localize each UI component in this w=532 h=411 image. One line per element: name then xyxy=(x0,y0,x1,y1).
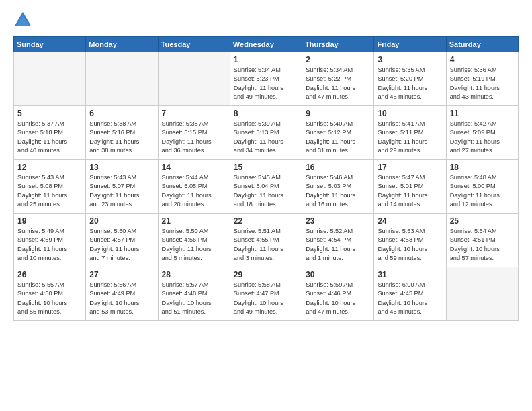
calendar-cell xyxy=(446,267,518,321)
day-number: 15 xyxy=(234,163,298,172)
day-info: Sunrise: 5:50 AMSunset: 4:56 PMDaylight:… xyxy=(162,227,226,263)
day-info: Sunrise: 5:50 AMSunset: 4:57 PMDaylight:… xyxy=(89,227,154,263)
weekday-header: Friday xyxy=(374,37,446,52)
day-info: Sunrise: 5:44 AMSunset: 5:05 PMDaylight:… xyxy=(162,173,226,209)
day-info: Sunrise: 5:57 AMSunset: 4:48 PMDaylight:… xyxy=(162,281,226,316)
calendar-cell: 5Sunrise: 5:37 AMSunset: 5:18 PMDaylight… xyxy=(14,106,86,160)
day-info: Sunrise: 5:34 AMSunset: 5:23 PMDaylight:… xyxy=(234,66,298,101)
calendar-cell xyxy=(158,52,230,106)
day-number: 9 xyxy=(306,109,370,118)
day-info: Sunrise: 5:54 AMSunset: 4:51 PMDaylight:… xyxy=(450,227,515,263)
day-number: 14 xyxy=(162,163,226,172)
calendar-cell: 21Sunrise: 5:50 AMSunset: 4:56 PMDayligh… xyxy=(158,214,230,267)
day-number: 5 xyxy=(17,109,82,118)
day-number: 7 xyxy=(162,109,226,118)
calendar-cell xyxy=(14,52,86,106)
calendar-week-row: 1Sunrise: 5:34 AMSunset: 5:23 PMDaylight… xyxy=(14,52,519,106)
calendar-cell: 12Sunrise: 5:43 AMSunset: 5:08 PMDayligh… xyxy=(14,160,86,214)
calendar-cell: 7Sunrise: 5:38 AMSunset: 5:15 PMDaylight… xyxy=(158,106,230,160)
calendar: SundayMondayTuesdayWednesdayThursdayFrid… xyxy=(13,36,519,321)
day-info: Sunrise: 6:00 AMSunset: 4:45 PMDaylight:… xyxy=(378,281,442,316)
calendar-cell: 16Sunrise: 5:46 AMSunset: 5:03 PMDayligh… xyxy=(302,160,374,214)
weekday-header: Monday xyxy=(86,37,158,52)
calendar-cell: 9Sunrise: 5:40 AMSunset: 5:12 PMDaylight… xyxy=(302,106,374,160)
day-number: 8 xyxy=(234,109,298,118)
day-number: 4 xyxy=(450,55,515,64)
calendar-cell: 27Sunrise: 5:56 AMSunset: 4:49 PMDayligh… xyxy=(86,267,158,321)
header xyxy=(13,11,519,30)
day-number: 24 xyxy=(378,216,442,226)
day-info: Sunrise: 5:59 AMSunset: 4:46 PMDaylight:… xyxy=(306,281,370,316)
day-number: 12 xyxy=(17,163,82,172)
day-number: 23 xyxy=(306,216,370,226)
day-number: 2 xyxy=(306,55,370,64)
day-info: Sunrise: 5:51 AMSunset: 4:55 PMDaylight:… xyxy=(234,227,298,263)
day-info: Sunrise: 5:47 AMSunset: 5:01 PMDaylight:… xyxy=(378,173,442,209)
day-info: Sunrise: 5:36 AMSunset: 5:19 PMDaylight:… xyxy=(450,66,515,101)
calendar-cell: 2Sunrise: 5:34 AMSunset: 5:22 PMDaylight… xyxy=(302,52,374,106)
logo xyxy=(13,11,35,30)
day-number: 18 xyxy=(450,163,515,172)
calendar-cell: 31Sunrise: 6:00 AMSunset: 4:45 PMDayligh… xyxy=(374,267,446,321)
calendar-cell: 10Sunrise: 5:41 AMSunset: 5:11 PMDayligh… xyxy=(374,106,446,160)
weekday-header: Sunday xyxy=(14,37,86,52)
calendar-cell: 4Sunrise: 5:36 AMSunset: 5:19 PMDaylight… xyxy=(446,52,518,106)
calendar-cell: 17Sunrise: 5:47 AMSunset: 5:01 PMDayligh… xyxy=(374,160,446,214)
day-number: 27 xyxy=(89,270,154,279)
day-number: 3 xyxy=(378,55,442,64)
day-info: Sunrise: 5:38 AMSunset: 5:16 PMDaylight:… xyxy=(89,120,154,155)
page: SundayMondayTuesdayWednesdayThursdayFrid… xyxy=(0,0,532,411)
day-info: Sunrise: 5:56 AMSunset: 4:49 PMDaylight:… xyxy=(89,281,154,316)
calendar-cell: 28Sunrise: 5:57 AMSunset: 4:48 PMDayligh… xyxy=(158,267,230,321)
day-number: 31 xyxy=(378,270,442,279)
calendar-cell: 13Sunrise: 5:43 AMSunset: 5:07 PMDayligh… xyxy=(86,160,158,214)
day-number: 29 xyxy=(234,270,298,279)
day-info: Sunrise: 5:52 AMSunset: 4:54 PMDaylight:… xyxy=(306,227,370,263)
day-number: 16 xyxy=(306,163,370,172)
day-info: Sunrise: 5:43 AMSunset: 5:07 PMDaylight:… xyxy=(89,173,154,209)
day-info: Sunrise: 5:49 AMSunset: 4:59 PMDaylight:… xyxy=(17,227,82,263)
calendar-cell: 22Sunrise: 5:51 AMSunset: 4:55 PMDayligh… xyxy=(230,214,302,267)
weekday-header: Thursday xyxy=(302,37,374,52)
calendar-week-row: 12Sunrise: 5:43 AMSunset: 5:08 PMDayligh… xyxy=(14,160,519,214)
calendar-cell: 8Sunrise: 5:39 AMSunset: 5:13 PMDaylight… xyxy=(230,106,302,160)
calendar-week-row: 26Sunrise: 5:55 AMSunset: 4:50 PMDayligh… xyxy=(14,267,519,321)
calendar-cell: 11Sunrise: 5:42 AMSunset: 5:09 PMDayligh… xyxy=(446,106,518,160)
day-number: 1 xyxy=(234,55,298,64)
day-info: Sunrise: 5:48 AMSunset: 5:00 PMDaylight:… xyxy=(450,173,515,209)
calendar-cell: 20Sunrise: 5:50 AMSunset: 4:57 PMDayligh… xyxy=(86,214,158,267)
calendar-week-row: 5Sunrise: 5:37 AMSunset: 5:18 PMDaylight… xyxy=(14,106,519,160)
day-info: Sunrise: 5:46 AMSunset: 5:03 PMDaylight:… xyxy=(306,173,370,209)
weekday-header: Saturday xyxy=(446,37,518,52)
day-info: Sunrise: 5:37 AMSunset: 5:18 PMDaylight:… xyxy=(17,120,82,155)
calendar-cell: 25Sunrise: 5:54 AMSunset: 4:51 PMDayligh… xyxy=(446,214,518,267)
day-number: 22 xyxy=(234,216,298,226)
day-number: 30 xyxy=(306,270,370,279)
day-number: 25 xyxy=(450,216,515,226)
day-number: 6 xyxy=(89,109,154,118)
logo-icon xyxy=(13,11,32,30)
day-info: Sunrise: 5:38 AMSunset: 5:15 PMDaylight:… xyxy=(162,120,226,155)
calendar-cell: 23Sunrise: 5:52 AMSunset: 4:54 PMDayligh… xyxy=(302,214,374,267)
calendar-week-row: 19Sunrise: 5:49 AMSunset: 4:59 PMDayligh… xyxy=(14,214,519,267)
calendar-cell: 24Sunrise: 5:53 AMSunset: 4:53 PMDayligh… xyxy=(374,214,446,267)
day-number: 13 xyxy=(89,163,154,172)
weekday-header-row: SundayMondayTuesdayWednesdayThursdayFrid… xyxy=(14,37,519,52)
calendar-cell: 15Sunrise: 5:45 AMSunset: 5:04 PMDayligh… xyxy=(230,160,302,214)
day-number: 10 xyxy=(378,109,442,118)
day-number: 21 xyxy=(162,216,226,226)
calendar-cell: 30Sunrise: 5:59 AMSunset: 4:46 PMDayligh… xyxy=(302,267,374,321)
weekday-header: Wednesday xyxy=(230,37,302,52)
day-info: Sunrise: 5:39 AMSunset: 5:13 PMDaylight:… xyxy=(234,120,298,155)
day-number: 28 xyxy=(162,270,226,279)
day-number: 20 xyxy=(89,216,154,226)
day-info: Sunrise: 5:43 AMSunset: 5:08 PMDaylight:… xyxy=(17,173,82,209)
calendar-cell: 18Sunrise: 5:48 AMSunset: 5:00 PMDayligh… xyxy=(446,160,518,214)
day-info: Sunrise: 5:35 AMSunset: 5:20 PMDaylight:… xyxy=(378,66,442,101)
calendar-cell: 29Sunrise: 5:58 AMSunset: 4:47 PMDayligh… xyxy=(230,267,302,321)
calendar-cell: 19Sunrise: 5:49 AMSunset: 4:59 PMDayligh… xyxy=(14,214,86,267)
calendar-cell: 26Sunrise: 5:55 AMSunset: 4:50 PMDayligh… xyxy=(14,267,86,321)
day-info: Sunrise: 5:58 AMSunset: 4:47 PMDaylight:… xyxy=(234,281,298,316)
calendar-cell xyxy=(86,52,158,106)
calendar-cell: 1Sunrise: 5:34 AMSunset: 5:23 PMDaylight… xyxy=(230,52,302,106)
